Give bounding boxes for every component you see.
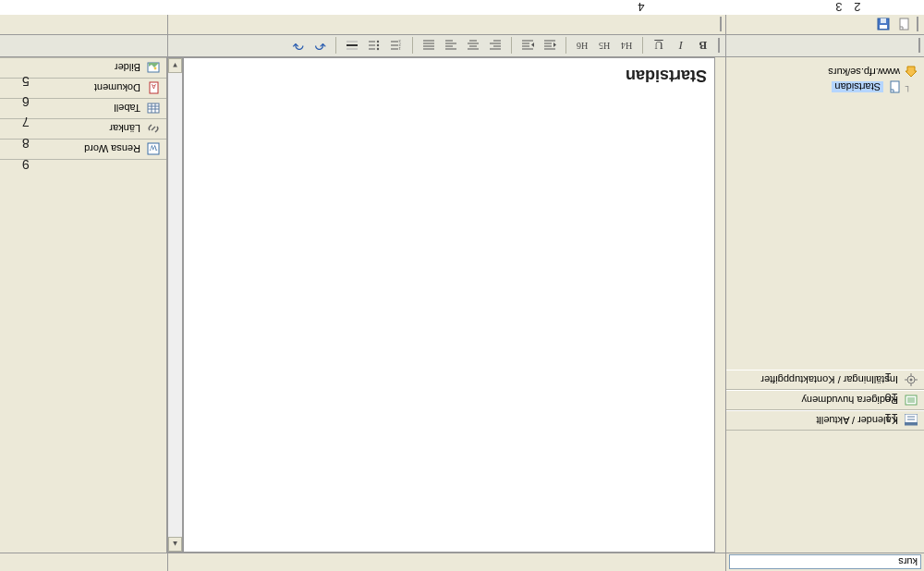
callout-2: 2 [854,0,860,14]
svg-marker-31 [553,43,556,48]
callout-6: 6 [22,94,30,109]
page-title: Startsidan [626,66,707,85]
tree-node-startsidan[interactable]: └ Startsidan [732,79,911,94]
svg-point-59 [377,48,379,50]
h6-button[interactable]: H6 [572,37,592,55]
ico-right-space [0,15,167,34]
align-right-button[interactable] [441,37,461,55]
hr-button[interactable] [342,37,362,55]
scroll-down-icon[interactable]: ▼ [168,58,182,73]
indent-button[interactable] [517,37,538,55]
redo-button[interactable]: ↷ [287,37,308,55]
image-icon [146,61,161,76]
side-bilder-label: Bilder [115,63,140,74]
save-button[interactable] [876,18,891,32]
canvas-gutter [715,57,725,553]
side-dokument-label: Dokument [94,83,140,94]
table-icon [146,102,161,116]
editor-toolbar: B I U H4 H5 H6 123 ↶ ↷ [167,35,725,56]
unordered-list-button[interactable] [364,37,384,55]
svg-rect-14 [891,81,899,92]
toolbar-grip-icon [720,18,722,32]
ordered-list-button[interactable]: 123 [386,37,407,55]
callout-5: 5 [22,74,30,89]
vertical-scrollbar[interactable]: ▲ ▼ [167,57,183,553]
left-top-space [726,431,924,553]
italic-button[interactable]: I [671,37,691,55]
underline-button[interactable]: U [649,37,669,55]
calendar-icon [904,413,918,428]
edit-menu-icon [904,393,918,407]
callout-8: 8 [22,136,30,151]
toolbar-grip-icon [918,39,920,54]
side-rensa-word-label: Rensa Word [84,144,140,155]
page-canvas[interactable]: Startsidan [183,57,715,553]
svg-marker-36 [531,43,534,48]
svg-rect-1 [905,422,918,425]
side-lankar-label: Länkar [109,124,140,135]
svg-rect-68 [900,19,908,30]
header-right [0,553,167,571]
gear-icon [904,372,918,387]
toolbar-separator [511,38,512,55]
align-justify-button[interactable] [419,37,439,55]
svg-point-61 [377,41,379,43]
site-tree: └ Startsidan www.rfp.se/kurs [726,57,924,370]
word-icon: W [146,142,161,157]
callout-11: 11 [885,411,898,425]
toolbar-separator [335,38,336,55]
search-input[interactable] [729,554,921,569]
option-settings-contact[interactable]: Inställningar / Kontaktuppgifter [726,370,924,390]
toolbar-separator [565,38,566,55]
toolbar-right-space [0,35,167,56]
link-icon [146,122,161,137]
page-icon [887,79,902,94]
callout-9: 9 [22,157,30,172]
tree-root-label: www.rfp.se/kurs [828,67,900,78]
option-calendar-label: Kalender / Aktuellt [732,415,898,426]
svg-rect-18 [148,104,159,114]
svg-text:3: 3 [398,40,401,44]
toolbar-grip-icon [917,18,918,32]
align-center-button[interactable] [463,37,483,55]
svg-rect-71 [881,19,886,24]
svg-text:A: A [152,84,156,91]
toolbar-separator [412,38,413,55]
undo-button[interactable]: ↶ [310,37,330,55]
svg-point-60 [377,44,379,46]
svg-rect-70 [880,26,887,30]
callout-1: 1 [885,371,892,384]
tree-root[interactable]: www.rfp.se/kurs [732,65,918,79]
callout-4: 4 [638,0,644,14]
svg-marker-15 [906,67,917,77]
tree-node-label: Startsidan [832,81,883,92]
option-settings-label: Inställningar / Kontaktuppgifter [732,374,898,385]
scroll-up-icon[interactable]: ▲ [168,537,182,552]
header-center [167,553,725,571]
right-fill [0,160,166,553]
side-tabell-label: Tabell [114,103,140,115]
svg-point-9 [910,379,913,382]
h5-button[interactable]: H5 [594,37,614,55]
home-icon [904,65,918,79]
callout-3: 3 [835,0,842,14]
svg-point-26 [154,67,157,70]
bold-button[interactable]: B [693,37,713,55]
scroll-track[interactable] [168,73,182,537]
callout-10: 10 [885,391,898,405]
callout-7: 7 [22,115,30,129]
tree-connector: └ [906,82,911,92]
toolbar-grip-icon [718,39,720,54]
option-editmenu-label: Redigera huvudmeny [732,395,898,406]
outdent-button[interactable] [540,37,560,55]
new-doc-button[interactable] [896,18,911,32]
svg-text:W: W [149,144,157,153]
document-icon: A [146,81,161,96]
toolbar-separator [642,38,643,55]
align-left-button[interactable] [485,37,505,55]
h4-button[interactable]: H4 [616,37,637,55]
